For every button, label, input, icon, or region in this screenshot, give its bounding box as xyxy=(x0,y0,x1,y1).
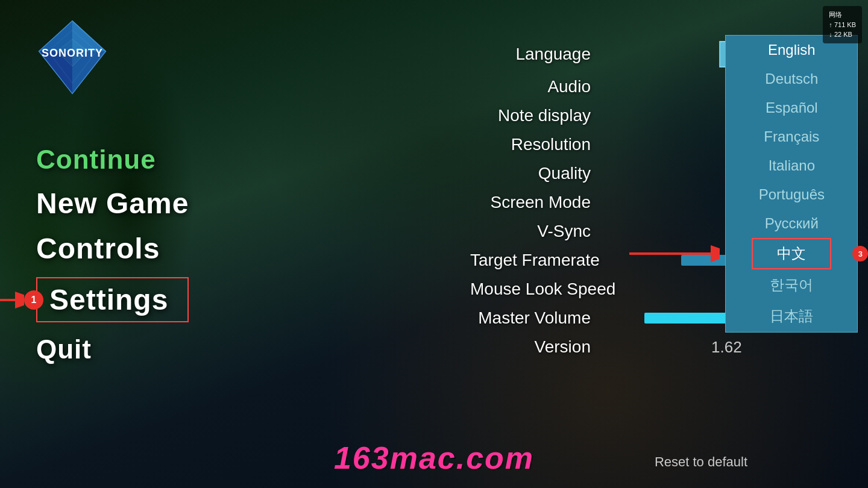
chinese-arrow-icon xyxy=(629,239,720,269)
lang-option-deutsch[interactable]: Deutsch xyxy=(726,64,857,93)
resolution-label: Resolution xyxy=(470,135,591,154)
lang-option-chinese-wrapper: 中文 3 xyxy=(726,238,857,269)
framerate-label: Target Framerate xyxy=(470,251,600,270)
logo-container: SONORITY xyxy=(36,18,108,96)
note-display-label: Note display xyxy=(470,106,591,125)
lang-option-russian[interactable]: Русский xyxy=(726,209,857,238)
settings-wrapper: 1 Settings xyxy=(36,277,189,322)
language-label: Language xyxy=(470,45,591,64)
logo-diamond-icon: SONORITY xyxy=(36,18,108,96)
lang-option-italiano[interactable]: Italiano xyxy=(726,151,857,180)
lang-option-chinese[interactable]: 中文 xyxy=(752,238,831,269)
left-menu: Continue New Game Controls 1 Settings Qu… xyxy=(36,145,189,364)
svg-text:SONORITY: SONORITY xyxy=(42,47,103,59)
watermark: 163mac.com xyxy=(334,440,534,476)
volume-label: Master Volume xyxy=(470,308,591,328)
lang-option-japanese[interactable]: 日本語 xyxy=(726,301,857,332)
lang-option-korean[interactable]: 한국어 xyxy=(726,269,857,301)
lang-option-francais[interactable]: Français xyxy=(726,122,857,151)
upload-speed: 711 KB xyxy=(834,21,856,28)
download-speed: 22 KB xyxy=(834,31,852,38)
reset-button[interactable]: Reset to default xyxy=(655,454,747,470)
menu-controls[interactable]: Controls xyxy=(36,232,189,265)
annotation-badge-1: 1 xyxy=(24,290,43,310)
wifi-label: 网络 xyxy=(829,11,842,18)
mouse-speed-label: Mouse Look Speed xyxy=(470,280,615,299)
lang-option-portugues[interactable]: Português xyxy=(726,180,857,209)
language-dropdown-wrapper: 2 English English Deutsch Español França… xyxy=(719,41,820,67)
language-row: Language 2 English English Deutsch Españ… xyxy=(470,36,820,72)
version-label: Version xyxy=(470,337,591,357)
annotation-badge-3: 3 xyxy=(852,246,868,261)
language-dropdown-panel: English Deutsch Español Français Italian… xyxy=(725,35,858,333)
system-tray: 网络 ↑ 711 KB ↓ 22 KB xyxy=(823,6,862,43)
menu-quit[interactable]: Quit xyxy=(36,334,189,364)
menu-new-game[interactable]: New Game xyxy=(36,187,189,220)
tray-wifi: 网络 ↑ 711 KB ↓ 22 KB xyxy=(829,10,856,40)
settings-panel: Language 2 English English Deutsch Españ… xyxy=(470,36,820,361)
settings-arrow-icon xyxy=(0,285,24,315)
menu-settings[interactable]: Settings xyxy=(36,277,189,322)
vsync-label: V-Sync xyxy=(470,222,591,241)
version-value: 1.62 xyxy=(699,338,820,357)
audio-label: Audio xyxy=(470,77,591,96)
lang-option-espanol[interactable]: Español xyxy=(726,93,857,122)
quality-label: Quality xyxy=(470,164,591,183)
menu-continue[interactable]: Continue xyxy=(36,145,189,175)
version-row: Version 1.62 xyxy=(470,333,820,361)
screen-mode-label: Screen Mode xyxy=(470,193,591,212)
